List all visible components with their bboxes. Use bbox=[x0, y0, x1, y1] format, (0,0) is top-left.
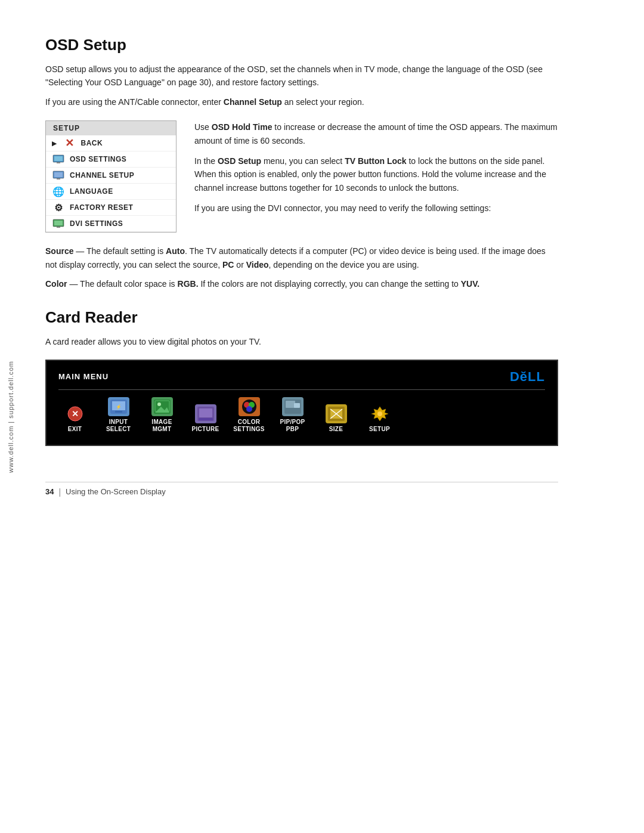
picture-label: PICTURE bbox=[192, 426, 219, 433]
menu-icon-picture[interactable]: PICTURE bbox=[189, 404, 222, 433]
svg-rect-2 bbox=[57, 162, 60, 163]
menu-icon-exit[interactable]: ✕ EXIT bbox=[58, 404, 91, 433]
source-desc: — The default setting is Auto. The TV au… bbox=[45, 246, 546, 269]
factory-reset-icon: ⚙ bbox=[52, 202, 65, 213]
svg-point-34 bbox=[377, 411, 382, 416]
osd-setup-title: OSD Setup bbox=[45, 36, 558, 54]
dvi-settings-icon bbox=[52, 218, 65, 229]
input-select-icon: ⚡ bbox=[108, 397, 129, 416]
side-label-text: www.dell.com | support.dell.com bbox=[7, 361, 14, 473]
osd-desc-2: In the OSD Setup menu, you can select TV… bbox=[194, 154, 558, 194]
image-mgmt-icon bbox=[151, 397, 173, 416]
menu-icon-color-settings[interactable]: COLORSETTINGS bbox=[233, 397, 265, 433]
main-menu-box: MAIN MENU DĕLL ✕ EXIT bbox=[45, 360, 558, 446]
color-settings-label: COLORSETTINGS bbox=[233, 419, 264, 433]
dvi-settings-label: DVI SETTINGS bbox=[70, 219, 123, 228]
svg-rect-5 bbox=[57, 178, 60, 179]
svg-rect-8 bbox=[57, 227, 60, 228]
menu-icon-size[interactable]: SIZE bbox=[320, 404, 352, 433]
channel-setup-label: CHANNEL SETUP bbox=[70, 171, 134, 179]
back-label: BACK bbox=[81, 139, 103, 147]
menu-item-dvi-settings[interactable]: DVI SETTINGS bbox=[46, 216, 176, 232]
input-select-label: INPUTSELECT bbox=[106, 419, 131, 433]
svg-rect-27 bbox=[286, 401, 295, 408]
osd-menu-header: SETUP bbox=[46, 121, 176, 135]
main-menu-title: MAIN MENU bbox=[58, 372, 109, 381]
menu-icon-image-mgmt[interactable]: IMAGEMGMT bbox=[145, 397, 178, 433]
factory-reset-label: FACTORY RESET bbox=[70, 203, 133, 212]
menu-icon-pip-pop[interactable]: PIP/POPPBP bbox=[276, 397, 309, 433]
card-reader-intro: A card reader allows you to view digital… bbox=[45, 335, 558, 348]
osd-settings-label: OSD SETTINGS bbox=[70, 155, 126, 163]
osd-intro-1: OSD setup allows you to adjust the appea… bbox=[45, 63, 558, 89]
svg-text:✕: ✕ bbox=[72, 409, 79, 419]
osd-description: Use OSD Hold Time to increase or decreas… bbox=[194, 120, 558, 222]
svg-rect-7 bbox=[54, 221, 63, 225]
channel-setup-icon bbox=[52, 170, 65, 181]
svg-point-25 bbox=[246, 406, 252, 412]
svg-rect-20 bbox=[199, 408, 212, 417]
size-icon bbox=[326, 404, 347, 423]
back-icon: ✕ bbox=[63, 138, 76, 148]
color-settings-icon bbox=[239, 397, 260, 416]
svg-rect-1 bbox=[54, 156, 63, 161]
osd-desc-3: If you are using the DVI connector, you … bbox=[194, 202, 558, 215]
osd-section: SETUP ▶ ✕ BACK OSD SETTINGS bbox=[45, 120, 558, 233]
menu-item-back[interactable]: ▶ ✕ BACK bbox=[46, 135, 176, 151]
exit-label: EXIT bbox=[68, 426, 82, 433]
svg-point-16 bbox=[157, 402, 161, 406]
arrow-icon: ▶ bbox=[52, 140, 57, 147]
main-content: OSD Setup OSD setup allows you to adjust… bbox=[21, 0, 606, 833]
side-label: www.dell.com | support.dell.com bbox=[0, 0, 21, 833]
footer-page-num: 34 bbox=[45, 487, 54, 496]
osd-settings-icon bbox=[52, 154, 65, 165]
language-label: LANGUAGE bbox=[70, 187, 113, 196]
osd-desc-1: Use OSD Hold Time to increase or decreas… bbox=[194, 120, 558, 147]
main-menu-icons-row: ✕ EXIT ⚡ bbox=[58, 397, 545, 433]
menu-icon-input-select[interactable]: ⚡ INPUTSELECT bbox=[102, 397, 135, 433]
pip-pop-icon bbox=[282, 397, 304, 416]
osd-menu-box: SETUP ▶ ✕ BACK OSD SETTINGS bbox=[45, 120, 177, 233]
color-bold: Color bbox=[45, 279, 67, 289]
picture-icon bbox=[195, 404, 216, 423]
svg-rect-13 bbox=[115, 411, 122, 413]
page-container: www.dell.com | support.dell.com OSD Setu… bbox=[0, 0, 644, 833]
svg-rect-21 bbox=[199, 418, 213, 420]
svg-rect-4 bbox=[54, 172, 63, 177]
svg-text:⚡: ⚡ bbox=[116, 404, 122, 410]
menu-icon-setup[interactable]: SETUP bbox=[363, 404, 396, 433]
osd-intro-2: If you are using the ANT/Cable connector… bbox=[45, 95, 558, 109]
menu-item-language[interactable]: 🌐 LANGUAGE bbox=[46, 184, 176, 200]
footer-bar: 34 | Using the On-Screen Display bbox=[45, 482, 558, 497]
exit-icon: ✕ bbox=[64, 404, 86, 423]
pip-pop-label: PIP/POPPBP bbox=[280, 419, 305, 433]
menu-item-osd-settings[interactable]: OSD SETTINGS bbox=[46, 151, 176, 168]
card-reader-title: Card Reader bbox=[45, 308, 558, 327]
footer-divider: | bbox=[58, 487, 61, 497]
dell-logo: DĕLL bbox=[510, 369, 545, 385]
card-reader-section: Card Reader A card reader allows you to … bbox=[45, 308, 558, 445]
source-bold: Source bbox=[45, 246, 73, 256]
footer-text: Using the On-Screen Display bbox=[66, 487, 166, 496]
source-paragraph: Source — The default setting is Auto. Th… bbox=[45, 244, 558, 271]
color-desc: — The default color space is RGB. If the… bbox=[67, 279, 480, 289]
setup-icon bbox=[369, 404, 391, 423]
menu-item-channel-setup[interactable]: CHANNEL SETUP bbox=[46, 168, 176, 184]
image-mgmt-label: IMAGEMGMT bbox=[151, 419, 172, 433]
setup-label: SETUP bbox=[369, 426, 390, 433]
color-paragraph: Color — The default color space is RGB. … bbox=[45, 277, 558, 290]
language-icon: 🌐 bbox=[52, 186, 65, 197]
size-label: SIZE bbox=[329, 426, 343, 433]
menu-item-factory-reset[interactable]: ⚙ FACTORY RESET bbox=[46, 200, 176, 216]
main-menu-header-row: MAIN MENU DĕLL bbox=[58, 369, 545, 390]
svg-rect-28 bbox=[294, 403, 300, 408]
